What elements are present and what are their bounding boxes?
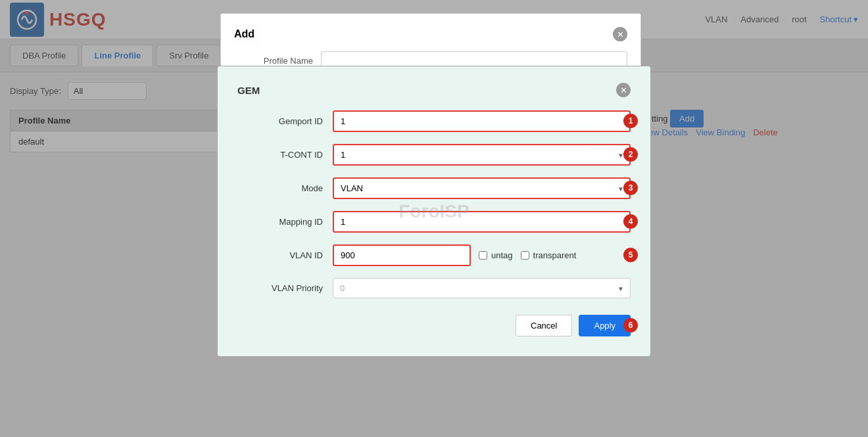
gem-dialog: ForoISP GEM ✕ Gemport ID 1 T-CONT ID 1 2	[217, 66, 651, 357]
vlan-id-row: VLAN ID untag transparent 5	[237, 244, 631, 266]
untag-checkbox-group: untag	[479, 250, 513, 260]
mapping-id-input[interactable]	[333, 211, 631, 233]
cancel-button[interactable]: Cancel	[516, 315, 572, 336]
untag-label: untag	[491, 250, 513, 260]
profile-name-label: Profile Name	[234, 56, 313, 66]
gemport-id-input[interactable]	[333, 110, 631, 132]
transparent-checkbox-group: transparent	[521, 250, 577, 260]
gemport-id-label: Gemport ID	[237, 116, 323, 126]
add-dialog-close-button[interactable]: ✕	[613, 27, 627, 41]
gem-dialog-footer: Cancel Apply 6	[237, 315, 631, 336]
mode-row: Mode VLAN 3	[237, 177, 631, 199]
step-5-badge: 5	[623, 248, 638, 262]
untag-checkbox[interactable]	[479, 251, 487, 260]
vlan-id-label: VLAN ID	[237, 250, 323, 260]
vlan-id-input[interactable]	[333, 244, 471, 266]
step-4-badge: 4	[623, 214, 638, 229]
mapping-id-label: Mapping ID	[237, 217, 323, 227]
mapping-id-row: Mapping ID 4	[237, 211, 631, 233]
gem-dialog-title: GEM	[237, 85, 260, 96]
gem-dialog-close-button[interactable]: ✕	[616, 83, 631, 97]
mode-label: Mode	[237, 183, 323, 193]
vlan-priority-row: VLAN Priority 0	[237, 278, 631, 298]
step-1-badge: 1	[623, 114, 638, 128]
gem-dialog-header: GEM ✕	[237, 83, 631, 97]
tcont-id-select[interactable]: 1	[333, 144, 631, 166]
step-2-badge: 2	[623, 147, 638, 162]
mode-select[interactable]: VLAN	[333, 177, 631, 199]
step-6-badge: 6	[623, 318, 638, 333]
tcont-id-row: T-CONT ID 1 2	[237, 144, 631, 166]
transparent-checkbox[interactable]	[521, 251, 529, 260]
transparent-label: transparent	[533, 250, 577, 260]
vlan-priority-select[interactable]: 0	[333, 278, 631, 298]
gemport-id-row: Gemport ID 1	[237, 110, 631, 132]
vlan-priority-label: VLAN Priority	[237, 283, 323, 293]
add-dialog-title: Add ✕	[234, 27, 627, 41]
tcont-id-label: T-CONT ID	[237, 150, 323, 160]
step-3-badge: 3	[623, 181, 638, 195]
